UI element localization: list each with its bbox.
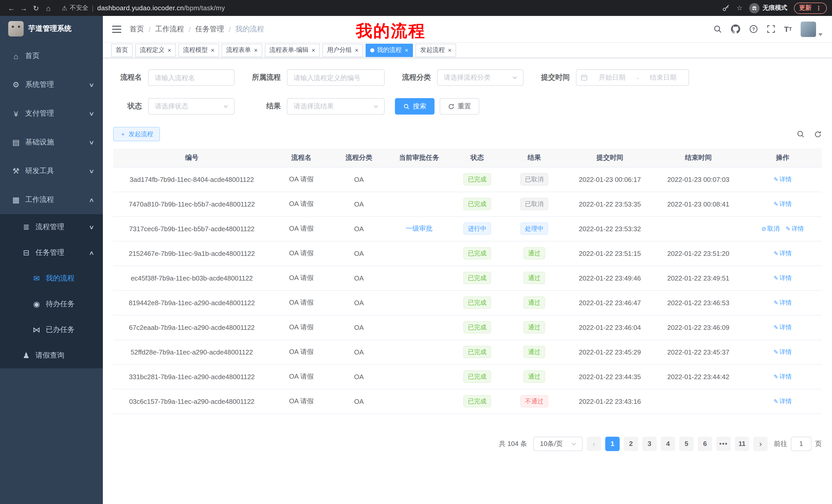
tab-我的流程[interactable]: 我的流程× — [366, 44, 413, 57]
page-button-3[interactable]: 3 — [642, 437, 657, 451]
task-link[interactable]: 一级审批 — [406, 225, 433, 232]
calendar-icon — [580, 74, 588, 81]
result-select-placeholder: 请选择流结果 — [294, 102, 334, 111]
annotation-text: 我的流程 — [356, 20, 426, 43]
sidebar-item-0[interactable]: ⌂首页 — [0, 41, 103, 71]
fullscreen-icon[interactable] — [767, 25, 775, 33]
tab-发起流程[interactable]: 发起流程× — [415, 44, 456, 57]
prev-page-button[interactable]: ‹ — [587, 437, 601, 451]
address-bar[interactable]: ⚠ 不安全 | dashboard.yudao.iocoder.cn/bpm/t… — [62, 4, 722, 12]
result-select[interactable]: 请选择流结果 — [287, 98, 385, 115]
refresh-icon[interactable] — [814, 130, 822, 138]
sidebar-item-6[interactable]: ≣流程管理∨ — [0, 214, 103, 240]
action-cancel-link[interactable]: ⊘取消 — [761, 225, 780, 232]
table-row: 3ad174fb-7b9d-11ec-8404-acde48001122OA 请… — [113, 167, 822, 192]
cell-result: 已取消 — [502, 167, 567, 192]
close-icon[interactable]: × — [167, 47, 171, 53]
home-icon[interactable]: ⌂ — [42, 4, 54, 12]
sidebar-item-1[interactable]: ⚙系统管理∨ — [0, 71, 103, 99]
status-tag: 已完成 — [463, 395, 491, 408]
search-button[interactable]: 搜索 — [395, 98, 435, 115]
cell-actions: ✎详情 — [744, 340, 822, 364]
forward-icon[interactable]: → — [18, 4, 30, 12]
close-icon[interactable]: × — [254, 47, 258, 53]
process-name-input[interactable] — [148, 69, 234, 86]
process-id-input[interactable] — [287, 69, 385, 86]
user-menu[interactable]: ▼ — [801, 21, 823, 37]
breadcrumb-item-0[interactable]: 首页 — [130, 24, 144, 34]
github-icon[interactable] — [731, 24, 740, 34]
app-logo[interactable]: 芋道管理系统 — [0, 16, 103, 41]
more-vertical-icon[interactable]: ⋮ — [815, 4, 822, 11]
sidebar-item-3[interactable]: ▤基础设施∨ — [0, 128, 103, 157]
breadcrumb-item-2[interactable]: 任务管理 — [196, 24, 224, 34]
cell-actions: ✎详情 — [744, 241, 822, 265]
action-label: 详情 — [779, 373, 791, 380]
action-detail-link[interactable]: ✎详情 — [774, 299, 791, 306]
action-detail-link[interactable]: ✎详情 — [774, 274, 791, 281]
tab-流程模型[interactable]: 流程模型× — [178, 44, 219, 57]
tab-首页[interactable]: 首页 — [111, 44, 133, 57]
reset-button[interactable]: 重置 — [440, 98, 479, 115]
create-process-button[interactable]: ＋ 发起流程 — [113, 127, 160, 141]
action-detail-link[interactable]: ✎详情 — [774, 200, 791, 207]
action-detail-link[interactable]: ✎详情 — [774, 175, 791, 183]
category-select[interactable]: 请选择流程分类 — [437, 69, 523, 86]
close-icon[interactable]: × — [211, 47, 214, 53]
action-detail-link[interactable]: ✎详情 — [774, 397, 791, 404]
action-detail-link[interactable]: ✎详情 — [774, 373, 791, 380]
tab-label: 流程模型 — [183, 46, 208, 54]
sidebar-item-4[interactable]: ⚒研发工具∨ — [0, 157, 103, 186]
page-button-2[interactable]: 2 — [624, 437, 638, 451]
page-button-11[interactable]: 11 — [735, 437, 749, 451]
caret-down-icon: ▼ — [817, 32, 824, 37]
tab-用户分组[interactable]: 用户分组× — [322, 44, 363, 57]
sidebar-item-11[interactable]: ♟请假查询 — [0, 343, 103, 368]
date-range-picker[interactable]: 开始日期 - 结束日期 — [576, 69, 689, 86]
breadcrumb-item-1[interactable]: 工作流程 — [155, 24, 184, 34]
star-icon[interactable]: ☆ — [737, 4, 743, 12]
sidebar-item-2[interactable]: ¥支付管理∨ — [0, 99, 103, 128]
page-button-4[interactable]: 4 — [661, 437, 675, 451]
status-tag: 已完成 — [463, 321, 491, 333]
sidebar-item-9[interactable]: ◉待办任务 — [0, 291, 103, 317]
font-size-icon[interactable]: TT — [784, 25, 792, 33]
filter-name: 流程名 — [113, 69, 234, 86]
search-icon[interactable] — [713, 25, 722, 33]
goto-page-input[interactable] — [791, 437, 811, 451]
close-icon[interactable]: × — [312, 47, 315, 53]
detail-icon: ✎ — [774, 373, 778, 380]
status-select[interactable]: 请选择状态 — [148, 98, 234, 115]
help-icon[interactable]: ? — [749, 25, 758, 33]
search-toggle-icon[interactable] — [797, 130, 805, 138]
sidebar-item-5[interactable]: ▦工作流程∧ — [0, 186, 103, 214]
sidebar-item-7[interactable]: ⊟任务管理∧ — [0, 240, 103, 265]
update-button[interactable]: 更新 ⋮ — [794, 2, 827, 13]
page-button-1[interactable]: 1 — [605, 437, 620, 451]
tab-流程表单-编辑[interactable]: 流程表单-编辑× — [265, 44, 320, 57]
reload-icon[interactable]: ↻ — [30, 4, 42, 12]
sidebar-item-10[interactable]: ⋈已办任务 — [0, 317, 103, 343]
tab-流程定义[interactable]: 流程定义× — [135, 44, 176, 57]
pagination-ellipsis[interactable]: ••• — [716, 437, 731, 451]
sidebar-item-8[interactable]: ✉我的流程 — [0, 265, 103, 291]
page-size-select[interactable]: 10条/页 — [533, 437, 582, 451]
status-tag: 已完成 — [463, 370, 491, 383]
sidebar-toggle-icon[interactable] — [112, 25, 121, 33]
action-detail-link[interactable]: ✎详情 — [774, 324, 791, 331]
incognito-badge[interactable]: 无痕模式 — [749, 3, 787, 13]
key-icon[interactable] — [722, 4, 730, 12]
close-icon[interactable]: × — [448, 47, 451, 53]
chevron-down-icon — [223, 103, 229, 109]
cell-end-time: 2022-01-23 00:08:41 — [653, 192, 744, 216]
page-button-6[interactable]: 6 — [698, 437, 712, 451]
action-detail-link[interactable]: ✎详情 — [774, 249, 791, 257]
page-button-5[interactable]: 5 — [679, 437, 694, 451]
tab-流程表单[interactable]: 流程表单× — [222, 44, 262, 57]
close-icon[interactable]: × — [355, 47, 358, 53]
back-icon[interactable]: ← — [5, 4, 18, 12]
action-detail-link[interactable]: ✎详情 — [774, 348, 791, 355]
action-detail-link[interactable]: ✎详情 — [786, 225, 804, 232]
next-page-button[interactable]: › — [753, 437, 768, 451]
close-icon[interactable]: × — [405, 47, 408, 53]
